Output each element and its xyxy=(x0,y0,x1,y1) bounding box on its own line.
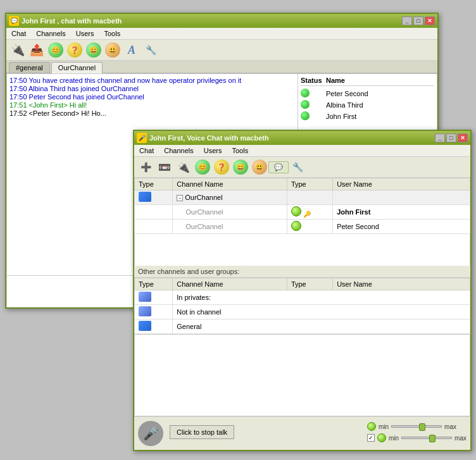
maximize-button[interactable]: □ xyxy=(413,16,423,25)
slider-row-1: min max xyxy=(367,422,467,431)
voice-menu-chat[interactable]: Chat xyxy=(137,146,156,155)
vc-help-button[interactable]: ❓ xyxy=(213,158,230,176)
menu-chat[interactable]: Chat xyxy=(9,29,28,38)
other-channels-table: Type Channel Name Type User Name In priv… xyxy=(134,278,470,334)
slider1-min-label: min xyxy=(379,423,389,430)
vc-user-icon: 😄 xyxy=(233,159,248,175)
vc-user-button[interactable]: 😄 xyxy=(232,158,249,176)
voice-menu-users[interactable]: Users xyxy=(201,146,225,155)
main-toolbar: 🔌 📤 😊 ❓ 😄 😃 A 🔧 xyxy=(6,40,437,61)
vc-chat-button[interactable]: 💬 xyxy=(270,158,287,176)
main-title-bar: 💬 John First , chat with macbeth _ □ ✕ xyxy=(6,14,437,28)
user-name-peter: Peter Second xyxy=(326,90,434,97)
status-header: Status xyxy=(301,77,326,84)
user2-icon: 😃 xyxy=(105,42,120,58)
user-row-peter: OurChannel Peter Second xyxy=(135,220,470,234)
microphone-icon: 🎤 xyxy=(138,421,163,446)
voice-window-icon: 🎤 xyxy=(137,133,147,143)
menu-tools[interactable]: Tools xyxy=(101,29,123,38)
main-window-title: John First , chat with macbeth xyxy=(22,17,122,25)
voice-title-bar: 🎤 John First, Voice Chat with macbeth _ … xyxy=(134,131,470,145)
status-dot-peter xyxy=(301,89,310,97)
voice-menu-bar: Chat Channels Users Tools xyxy=(134,145,470,157)
other-text-3: General xyxy=(173,320,470,334)
stop-talk-button[interactable]: Click to stop talk xyxy=(170,425,234,439)
slider-thumb-1[interactable] xyxy=(419,423,425,431)
voice-chat-window: 🎤 John First, Voice Chat with macbeth _ … xyxy=(133,130,472,451)
vc-footer: 🎤 Click to stop talk min max ✓ min xyxy=(134,416,470,450)
checkbox-1[interactable]: ✓ xyxy=(367,434,375,442)
other-col-user: User Name xyxy=(333,278,470,290)
smiley-icon: 😊 xyxy=(48,42,63,58)
font-button[interactable]: A xyxy=(123,41,141,59)
wrench-icon: 🔧 xyxy=(146,45,156,55)
channel-folder-icon xyxy=(139,192,151,202)
other-row-2: Not in channel xyxy=(135,305,470,320)
tab-ourchannel[interactable]: OurChannel xyxy=(51,62,103,73)
slider-thumb-2[interactable] xyxy=(429,435,435,442)
user-row-john: OurChannel 🔑 John First xyxy=(135,205,470,220)
channel-row-ourchannel: - OurChannel xyxy=(135,190,470,205)
col-channel-name: Channel Name xyxy=(173,178,287,190)
main-window-icon: 💬 xyxy=(9,16,19,26)
minimize-button[interactable]: _ xyxy=(402,16,412,25)
vc-user2-button[interactable]: 😃 xyxy=(251,158,268,176)
voice-window-title: John First, Voice Chat with macbeth xyxy=(149,134,269,142)
user-name-albina: Albina Third xyxy=(326,101,434,109)
voice-minimize-button[interactable]: _ xyxy=(435,134,445,142)
col-type-2: Type xyxy=(287,178,332,190)
user-list-header: Status Name xyxy=(301,77,434,86)
vc-chat-icon: 💬 xyxy=(268,161,289,173)
font-icon: A xyxy=(128,44,135,57)
john-status-icon: 🔑 xyxy=(287,205,332,220)
voice-menu-tools[interactable]: Tools xyxy=(229,146,251,155)
vc-user2-icon: 😃 xyxy=(252,159,267,175)
other-col-type-2: Type xyxy=(287,278,332,290)
slider-1[interactable] xyxy=(391,425,442,428)
voice-close-button[interactable]: ✕ xyxy=(458,134,468,142)
expand-icon[interactable]: - xyxy=(177,195,183,201)
vc-record-button[interactable]: 📼 xyxy=(156,158,173,176)
smiley-button[interactable]: 😊 xyxy=(47,41,65,59)
peter-status-icon xyxy=(287,220,332,234)
slider-2[interactable] xyxy=(401,437,452,439)
user2-button[interactable]: 😃 xyxy=(104,41,122,59)
vc-add-button[interactable]: ➕ xyxy=(137,158,154,176)
slider1-max-label: max xyxy=(444,423,456,430)
voice-menu-channels[interactable]: Channels xyxy=(161,146,196,155)
menu-channels[interactable]: Channels xyxy=(34,29,68,38)
not-in-channel-icon xyxy=(139,306,151,316)
general-channel-icon xyxy=(139,321,151,331)
msg-4: 17:51 <John First> Hi all! xyxy=(9,101,295,109)
user-icon: 😄 xyxy=(86,42,101,58)
vc-connect-button[interactable]: 🔌 xyxy=(175,158,192,176)
connect-button[interactable]: 🔌 xyxy=(9,41,27,59)
close-button[interactable]: ✕ xyxy=(425,16,435,25)
user-button[interactable]: 😄 xyxy=(85,41,103,59)
tab-general[interactable]: #general xyxy=(9,62,50,73)
help-button[interactable]: ❓ xyxy=(66,41,84,59)
voice-maximize-button[interactable]: □ xyxy=(446,134,456,142)
vc-smiley-button[interactable]: 😊 xyxy=(194,158,211,176)
disconnect-button[interactable]: 📤 xyxy=(28,41,46,59)
msg-2: 17:50 Albina Third has joined OurChannel xyxy=(9,85,295,92)
user-name-john: John First xyxy=(326,113,434,120)
settings-button[interactable]: 🔧 xyxy=(142,41,160,59)
empty-space xyxy=(134,234,470,266)
user-item-peter: Peter Second xyxy=(301,89,434,99)
vc-empty-chat-area xyxy=(134,334,470,416)
peter-channel-cell: OurChannel xyxy=(173,220,287,234)
vc-settings-button[interactable]: 🔧 xyxy=(289,158,306,176)
menu-users[interactable]: Users xyxy=(73,29,97,38)
channel-table: Type Channel Name Type User Name - OurCh… xyxy=(134,178,470,234)
john-username: John First xyxy=(333,205,470,220)
other-text-2: Not in channel xyxy=(173,305,470,320)
msg-1: 17:50 You have created this channel and … xyxy=(9,77,295,84)
other-icon-2 xyxy=(135,305,173,320)
other-icon-3 xyxy=(135,320,173,334)
peter-type-icon xyxy=(135,220,173,234)
peter-smiley xyxy=(291,221,301,231)
volume-icon-2 xyxy=(377,433,386,442)
main-menu-bar: Chat Channels Users Tools xyxy=(6,28,437,40)
channel-type-2 xyxy=(287,190,332,205)
